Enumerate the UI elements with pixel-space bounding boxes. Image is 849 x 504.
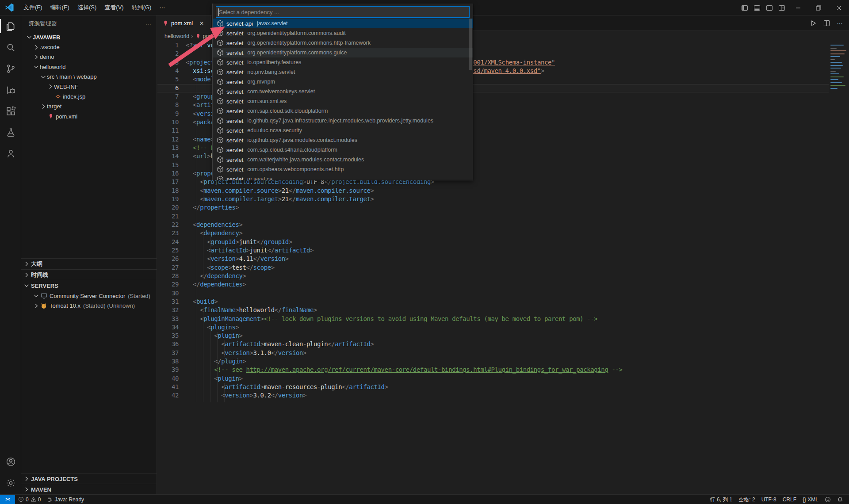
code-line-20[interactable]: 20 </properties> xyxy=(157,203,849,212)
toggle-panel-icon[interactable] xyxy=(751,0,763,15)
code-line-36[interactable]: 36 <artifactId>maven-clean-plugin</artif… xyxy=(157,340,849,348)
tree-item--vscode[interactable]: .vscode xyxy=(21,42,157,52)
quickpick-scrollbar[interactable] xyxy=(469,19,472,70)
activity-search-icon[interactable] xyxy=(0,37,21,58)
code-line-42[interactable]: 42 <version>3.0.2</version> xyxy=(157,391,849,400)
code-line-19[interactable]: 19 <maven.compiler.target>21</maven.comp… xyxy=(157,195,849,203)
dependency-item-7[interactable]: servletcom.twelvemonkeys.servlet xyxy=(213,87,473,96)
tab-pom-xml[interactable]: pom.xml ✕ xyxy=(157,15,211,31)
run-icon[interactable] xyxy=(807,18,819,29)
remote-indicator[interactable]: >< xyxy=(0,495,15,504)
dependency-item-0[interactable]: servlet-apijavax.servlet xyxy=(213,19,473,28)
split-editor-icon[interactable] xyxy=(821,18,832,29)
section-servers[interactable]: SERVERS xyxy=(21,280,157,291)
dependency-item-8[interactable]: servletcom.sun.xml.ws xyxy=(213,96,473,106)
tree-item-src-main-webapp[interactable]: src \ main \ webapp xyxy=(21,72,157,82)
dependency-search-input[interactable] xyxy=(216,9,469,15)
close-window-button[interactable] xyxy=(829,0,849,15)
code-line-25[interactable]: 25 <artifactId>junit</artifactId> xyxy=(157,246,849,255)
dependency-item-13[interactable]: servletcom.sap.cloud.s4hana.cloudplatfor… xyxy=(213,145,473,155)
code-line-29[interactable]: 29 </dependencies> xyxy=(157,280,849,289)
activity-testing-icon[interactable] xyxy=(0,122,21,143)
menu-more-button[interactable]: ··· xyxy=(155,2,169,13)
activity-settings-icon[interactable] xyxy=(0,472,21,493)
activity-accounts-icon[interactable] xyxy=(0,451,21,472)
dependency-item-15[interactable]: servletcom.opsbears.webcomponents.net.ht… xyxy=(213,164,473,174)
java-status[interactable]: Java: Ready xyxy=(44,495,87,504)
server-item-tomcat-10-x[interactable]: Tomcat 10.x(Started) (Unknown) xyxy=(21,301,157,310)
section-outline[interactable]: 大纲 xyxy=(21,258,157,269)
code-line-28[interactable]: 28 </dependency> xyxy=(157,272,849,280)
server-item-community-server-connector[interactable]: Community Server Connector(Started) xyxy=(21,291,157,301)
code-line-41[interactable]: 41 <artifactId>maven-resources-plugin</a… xyxy=(157,383,849,391)
code-line-31[interactable]: 31 <build> xyxy=(157,298,849,306)
dependency-item-11[interactable]: servletedu.uiuc.ncsa.security xyxy=(213,126,473,135)
editor-more-icon[interactable]: ··· xyxy=(834,18,845,29)
section-maven[interactable]: MAVEN xyxy=(21,484,157,494)
activity-source-control-icon[interactable] xyxy=(0,58,21,79)
notifications-bell-icon[interactable] xyxy=(834,495,846,504)
section-timeline[interactable]: 时间线 xyxy=(21,269,157,280)
code-line-23[interactable]: 23 <dependency> xyxy=(157,229,849,237)
dependency-item-1[interactable]: servletorg.openidentityplatform.commons.… xyxy=(213,28,473,38)
tree-item-helloworld[interactable]: helloworld xyxy=(21,62,157,72)
code-line-22[interactable]: 22 <dependencies> xyxy=(157,221,849,229)
section-java-projects[interactable]: JAVA PROJECTS xyxy=(21,473,157,484)
code-line-34[interactable]: 34 <plugins> xyxy=(157,323,849,332)
code-line-21[interactable]: 21 xyxy=(157,212,849,221)
dependency-item-2[interactable]: servletorg.openidentityplatform.commons.… xyxy=(213,38,473,48)
tab-close-icon[interactable]: ✕ xyxy=(197,19,206,28)
tree-item-demo[interactable]: demo xyxy=(21,52,157,62)
statusbar-item-4[interactable]: {} XML xyxy=(799,495,822,504)
dependency-item-9[interactable]: servletcom.sap.cloud.sdk.cloudplatform xyxy=(213,106,473,116)
toggle-secondary-sidebar-icon[interactable] xyxy=(763,0,776,15)
tree-item-target[interactable]: target xyxy=(21,102,157,111)
dependency-item-10[interactable]: servletio.github.qsy7.java.infrastructur… xyxy=(213,116,473,126)
code-line-32[interactable]: 32 <finalName>helloworld</finalName> xyxy=(157,306,849,314)
statusbar-item-3[interactable]: CRLF xyxy=(780,495,799,504)
code-line-26[interactable]: 26 <version>4.11</version> xyxy=(157,255,849,263)
tree-item-javaweb[interactable]: JAVAWEB xyxy=(21,32,157,42)
code-line-24[interactable]: 24 <groupId>junit</groupId> xyxy=(157,238,849,246)
tree-item-pom-xml[interactable]: pom.xml xyxy=(21,111,157,121)
statusbar-item-2[interactable]: UTF-8 xyxy=(758,495,780,504)
customize-layout-icon[interactable] xyxy=(776,0,788,15)
activity-extensions-icon[interactable] xyxy=(0,100,21,122)
code-line-37[interactable]: 37 <version>3.1.0</version> xyxy=(157,349,849,357)
code-line-35[interactable]: 35 <plugin> xyxy=(157,332,849,340)
menu-item-1[interactable]: 编辑(E) xyxy=(46,4,73,11)
activity-remote-explorer-icon[interactable] xyxy=(0,143,21,164)
statusbar-item-0[interactable]: 行 6, 列 1 xyxy=(707,495,736,504)
menu-item-3[interactable]: 查看(V) xyxy=(100,4,127,11)
code-line-30[interactable]: 30 xyxy=(157,289,849,298)
dependency-item-4[interactable]: servletio.openliberty.features xyxy=(213,57,473,67)
code-line-27[interactable]: 27 <scope>test</scope> xyxy=(157,263,849,272)
menu-item-4[interactable]: 转到(G) xyxy=(128,4,156,11)
activity-run-debug-icon[interactable] xyxy=(0,79,21,100)
code-line-38[interactable]: 38 </plugin> xyxy=(157,357,849,366)
dependency-item-5[interactable]: servletno.priv.bang.servlet xyxy=(213,67,473,77)
code-line-33[interactable]: 33 <pluginManagement><!-- lock down plug… xyxy=(157,315,849,323)
dependency-item-14[interactable]: servletcom.walterjwhite.java.modules.con… xyxy=(213,155,473,164)
menu-item-0[interactable]: 文件(F) xyxy=(19,4,46,11)
minimap[interactable] xyxy=(829,42,849,137)
problems-status[interactable]: 0 0 xyxy=(15,495,44,504)
dependency-item-12[interactable]: servletio.github.qsy7.java.modules.conta… xyxy=(213,135,473,145)
code-line-39[interactable]: 39 <!-- see http://maven.apache.org/ref/… xyxy=(157,366,849,374)
dependency-item-6[interactable]: servletorg.mvnpm xyxy=(213,77,473,87)
breadcrumb-folder[interactable]: helloworld xyxy=(164,33,189,39)
explorer-more-icon[interactable]: ··· xyxy=(145,20,151,27)
dependency-item-3[interactable]: servletorg.openidentityplatform.commons.… xyxy=(213,48,473,57)
tree-item-web-inf[interactable]: WEB-INF xyxy=(21,82,157,92)
menu-item-2[interactable]: 选择(S) xyxy=(73,4,100,11)
activity-explorer-icon[interactable] xyxy=(0,15,21,37)
tree-item-index-jsp[interactable]: <>index.jsp xyxy=(21,92,157,101)
code-line-40[interactable]: 40 <plugin> xyxy=(157,374,849,383)
dependency-item-16[interactable]: servletgr.javaf.ca xyxy=(213,174,473,180)
minimize-button[interactable] xyxy=(788,0,808,15)
statusbar-item-1[interactable]: 空格: 2 xyxy=(735,495,758,504)
code-line-18[interactable]: 18 <maven.compiler.source>21</maven.comp… xyxy=(157,187,849,195)
toggle-sidebar-icon[interactable] xyxy=(738,0,751,15)
restore-button[interactable] xyxy=(808,0,829,15)
feedback-smiley-icon[interactable] xyxy=(822,495,834,504)
